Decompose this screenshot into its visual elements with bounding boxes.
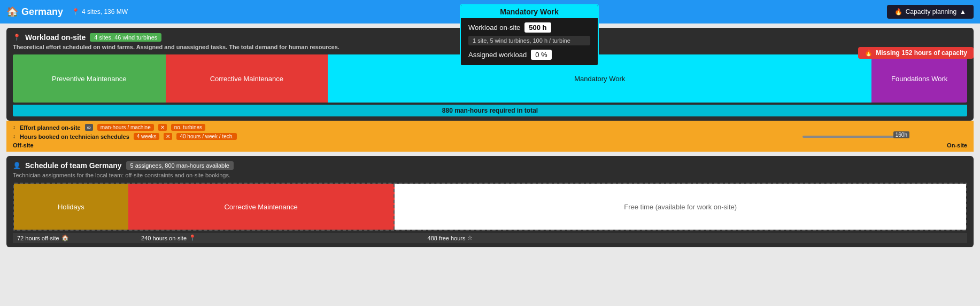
off-on-row: Off-site On-site (13, 142, 967, 148)
effort-badge1: man-hours / machine (97, 124, 154, 131)
workload-sites-badge: 4 sites, 46 wind turbines (90, 33, 161, 42)
corrective-label: Corrective Maintenance (210, 75, 283, 83)
schedule-footer: 72 hours off-site 🏠 240 hours on-site 📍 … (13, 233, 967, 243)
capacity-btn-label: Capacity planning (906, 8, 956, 15)
location-text: 4 sites, 136 MW (82, 8, 128, 15)
person-icon: 👤 (13, 162, 21, 169)
tooltip-assigned-row: Assigned workload 0 % (468, 50, 590, 60)
mandatory-label: Mandatory Work (574, 75, 625, 83)
home-icon: 🏠 (6, 6, 18, 18)
on-site-label: On-site (947, 142, 967, 148)
header-title: 🏠 Germany (6, 6, 63, 18)
missing-capacity-badge: 🔥 Missing 152 hours of capacity (858, 47, 974, 59)
x-icon: ✕ (158, 124, 167, 131)
location-pin-icon: 📍 (72, 8, 80, 15)
chevron-up-icon: ▲ (960, 8, 966, 15)
tooltip-assigned-label: Assigned workload (468, 51, 527, 59)
footer-offsite-text: 72 hours off-site (17, 235, 59, 241)
scale-container: 160h (802, 136, 909, 138)
footer-onsite-text: 240 hours on-site (141, 235, 187, 241)
home-footer-icon: 🏠 (61, 234, 69, 241)
scale-marker: 160h (893, 131, 909, 138)
pin-footer-icon: 📍 (189, 234, 196, 241)
x-icon-2: ✕ (164, 133, 172, 140)
schedule-corrective-label: Corrective Maintenance (224, 203, 297, 211)
effort-row-1: ↕ Effort planned on-site ∞ man-hours / m… (13, 124, 967, 131)
tooltip-workload-value: 500 h (524, 22, 551, 33)
footer-free-text: 488 free hours (428, 235, 466, 241)
schedule-corrective-bar: Corrective Maintenance (128, 184, 395, 230)
hours-booked-label: Hours booked on technician schedules (20, 134, 129, 140)
free-time-bar: Free time (available for work on-site) (395, 184, 966, 230)
footer-offsite: 72 hours off-site 🏠 (13, 233, 137, 243)
fire-icon: 🔥 (894, 8, 902, 15)
footer-onsite: 240 hours on-site 📍 (137, 233, 423, 243)
holidays-bar: Holidays (14, 184, 128, 230)
scale-bar: 160h (802, 136, 909, 138)
tooltip-workload-row: Workload on-site 500 h (468, 22, 590, 33)
country-name: Germany (21, 6, 63, 18)
missing-fire-icon: 🔥 (865, 49, 873, 57)
effort-row-2: ↕ Hours booked on technician schedules 4… (13, 133, 967, 140)
schedule-header: 👤 Schedule of team Germany 5 assignees, … (13, 161, 967, 170)
effort-badge3: 4 weeks (134, 133, 160, 140)
preventive-bar: Preventive Maintenance (13, 54, 166, 103)
missing-capacity-text: Missing 152 hours of capacity (876, 49, 967, 57)
schedule-title: Schedule of team Germany (25, 161, 122, 170)
total-hours-bar: 880 man-hours required in total (13, 105, 967, 116)
foundations-label: Foundations Work (891, 75, 947, 83)
schedule-subtitle: Technician assignments for the local tea… (13, 172, 967, 178)
schedule-section: 👤 Schedule of team Germany 5 assignees, … (6, 156, 974, 247)
tooltip-assigned-value: 0 % (531, 50, 551, 60)
effort-planned-label: Effort planned on-site (20, 124, 81, 131)
off-site-label: Off-site (13, 142, 34, 148)
mandatory-bar: Mandatory Work (328, 54, 871, 103)
tooltip-title: Mandatory Work (461, 5, 598, 18)
holidays-label: Holidays (58, 203, 84, 211)
workload-title: Workload on-site (25, 33, 86, 42)
corrective-bar: Corrective Maintenance (166, 54, 328, 103)
foundations-bar: Foundations Work (871, 54, 967, 103)
page-wrapper: 🏠 Germany 📍 4 sites, 136 MW 🔥 Capacity p… (0, 0, 980, 306)
star-footer-icon: ☆ (467, 234, 473, 241)
tooltip-workload-label: Workload on-site (468, 23, 520, 32)
capacity-planning-button[interactable]: 🔥 Capacity planning ▲ (887, 5, 974, 19)
total-hours-text: 880 man-hours required in total (442, 107, 538, 114)
workload-pin-icon: 📍 (13, 34, 21, 41)
mandatory-work-tooltip: Mandatory Work Workload on-site 500 h 1 … (460, 4, 599, 66)
free-time-label: Free time (available for work on-site) (624, 203, 737, 211)
effort-badge4: 40 hours / week / tech. (176, 133, 237, 140)
effort-section: ↕ Effort planned on-site ∞ man-hours / m… (6, 121, 974, 152)
effort-badge2: no. turbines (171, 124, 205, 131)
header-location: 📍 4 sites, 136 MW (72, 8, 128, 15)
infinity-icon: ∞ (85, 124, 93, 131)
preventive-label: Preventive Maintenance (52, 75, 126, 83)
schedule-badge: 5 assignees, 800 man-hours available (126, 161, 234, 170)
footer-free: 488 free hours ☆ (423, 233, 967, 243)
tooltip-sub-text: 1 site, 5 wind turbines, 100 h / turbine (468, 36, 590, 45)
schedule-bar: Holidays Corrective Maintenance Free tim… (13, 183, 967, 231)
